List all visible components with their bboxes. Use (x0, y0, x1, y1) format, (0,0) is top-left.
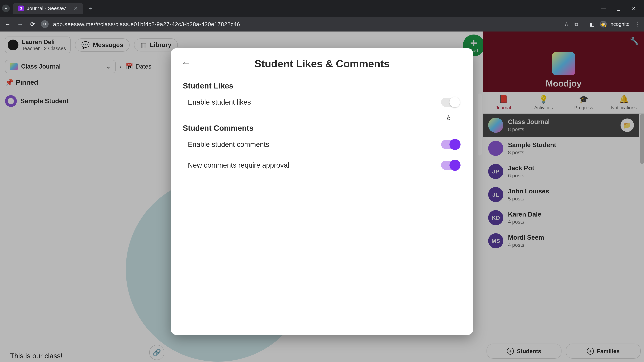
address-bar[interactable]: app.seesaw.me/#/class/class.e01bf4c2-9a2… (53, 21, 560, 27)
window-maximize-icon[interactable]: ▢ (615, 6, 622, 11)
tab-search-button[interactable]: ▾ (2, 4, 10, 12)
nav-back-icon[interactable]: ← (4, 20, 12, 28)
modal-back-icon[interactable]: ← (181, 57, 191, 68)
enable-comments-toggle[interactable] (441, 140, 460, 149)
enable-likes-toggle[interactable] (441, 98, 460, 107)
browser-tab[interactable]: S Journal - Seesaw ✕ (13, 3, 83, 14)
bookmark-star-icon[interactable]: ☆ (564, 21, 569, 27)
modal-title: Student Likes & Comments (183, 58, 461, 69)
likes-comments-modal: ← Student Likes & Comments Student Likes… (171, 48, 473, 335)
content-scrollbar[interactable] (478, 93, 482, 156)
require-approval-label: New comments require approval (188, 161, 289, 169)
toolbar-separator (584, 20, 584, 28)
browser-tab-strip: ▾ S Journal - Seesaw ✕ ＋ ― ▢ ✕ (0, 0, 644, 17)
tab-title: Journal - Seesaw (27, 5, 66, 11)
window-minimize-icon[interactable]: ― (600, 6, 607, 11)
site-info-icon[interactable]: ⚙ (41, 20, 49, 28)
window-close-icon[interactable]: ✕ (630, 6, 637, 11)
nav-reload-icon[interactable]: ⟳ (28, 20, 36, 28)
tab-favicon: S (18, 5, 24, 11)
window-controls: ― ▢ ✕ (600, 6, 637, 11)
side-panel-icon[interactable]: ◧ (590, 21, 594, 27)
require-approval-row: New comments require approval (183, 161, 461, 170)
browser-toolbar: ← → ⟳ ⚙ app.seesaw.me/#/class/class.e01b… (0, 17, 644, 31)
chrome-menu-icon[interactable]: ⋮ (635, 21, 640, 27)
enable-likes-row: Enable student likes (183, 98, 461, 107)
comments-section-title: Student Comments (183, 123, 461, 133)
incognito-label: Incognito (609, 21, 630, 27)
incognito-icon: 🕵 (600, 21, 607, 27)
tab-close-icon[interactable]: ✕ (74, 5, 78, 11)
app-viewport: Lauren Deli Teacher · 2 Classes 💬 Messag… (0, 31, 644, 362)
mouse-cursor-icon (446, 114, 452, 121)
incognito-indicator[interactable]: 🕵 Incognito (600, 21, 630, 27)
nav-forward-icon: → (16, 20, 24, 28)
extensions-icon[interactable]: ⧉ (574, 21, 578, 27)
new-tab-button[interactable]: ＋ (88, 4, 93, 12)
enable-likes-label: Enable student likes (188, 98, 251, 106)
require-approval-toggle[interactable] (441, 161, 460, 170)
enable-comments-label: Enable student comments (188, 140, 269, 148)
likes-section-title: Student Likes (183, 81, 461, 90)
enable-comments-row: Enable student comments (183, 140, 461, 149)
